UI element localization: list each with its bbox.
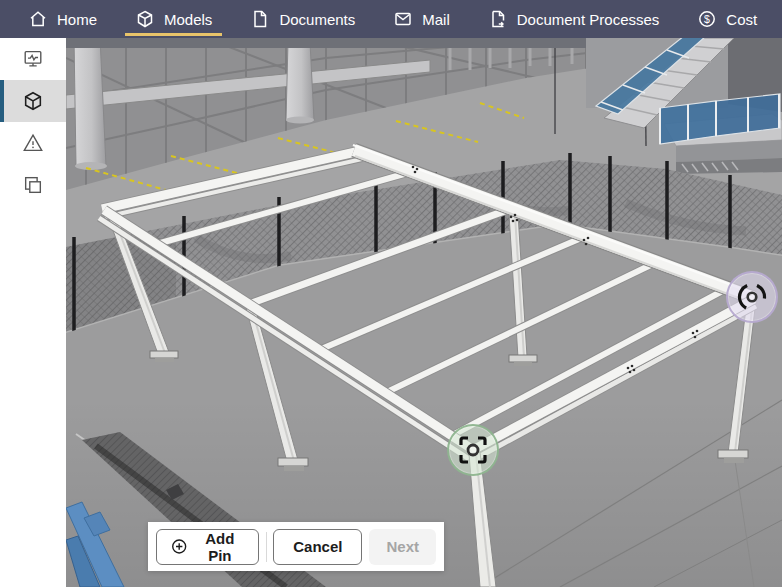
model-viewport[interactable] [66,38,782,587]
svg-text:$: $ [704,13,710,25]
nav-item-document-processes[interactable]: Document Processes [476,0,672,38]
nav-item-cost[interactable]: $ Cost [685,0,769,38]
layers-icon [22,174,44,196]
nav-item-label: Models [164,11,212,28]
sidebar-item-issues[interactable] [0,122,66,164]
nav-item-label: Cost [726,11,757,28]
cancel-button[interactable]: Cancel [273,529,362,565]
home-icon [28,9,48,29]
focus-brackets-icon [456,433,490,467]
cancel-label: Cancel [293,538,342,555]
nav-item-home[interactable]: Home [16,0,109,38]
nav-item-label: Documents [279,11,355,28]
add-pin-button[interactable]: Add Pin [156,529,259,565]
next-label: Next [386,538,419,555]
pin-target-marker[interactable] [447,424,499,476]
toolbar-divider [266,532,267,562]
monitor-chart-icon [22,48,44,70]
add-pin-label: Add Pin [195,530,244,564]
add-circle-icon [171,537,187,556]
top-navigation: Home Models Documents Mail Document Proc… [0,0,782,38]
orbit-marker[interactable] [726,271,778,323]
document-icon [250,9,270,29]
nav-item-label: Mail [422,11,450,28]
next-button[interactable]: Next [369,529,436,565]
cube-icon [135,9,155,29]
tool-sidebar [0,38,66,587]
nav-item-documents[interactable]: Documents [238,0,367,38]
document-process-icon [488,9,508,29]
mail-icon [393,9,413,29]
sidebar-item-models[interactable] [0,80,66,122]
rotate-arcs-icon [735,280,769,314]
cost-icon: $ [697,9,717,29]
nav-item-models[interactable]: Models [123,0,224,38]
warning-triangle-icon [22,132,44,154]
nav-item-label: Document Processes [517,11,660,28]
nav-item-mail[interactable]: Mail [381,0,462,38]
cube-icon [22,90,44,112]
sidebar-item-overlays[interactable] [0,164,66,206]
model-viewport-canvas[interactable] [66,38,782,587]
sidebar-item-dashboard[interactable] [0,38,66,80]
nav-item-label: Home [57,11,97,28]
pin-toolbar: Add Pin Cancel Next [148,522,444,571]
